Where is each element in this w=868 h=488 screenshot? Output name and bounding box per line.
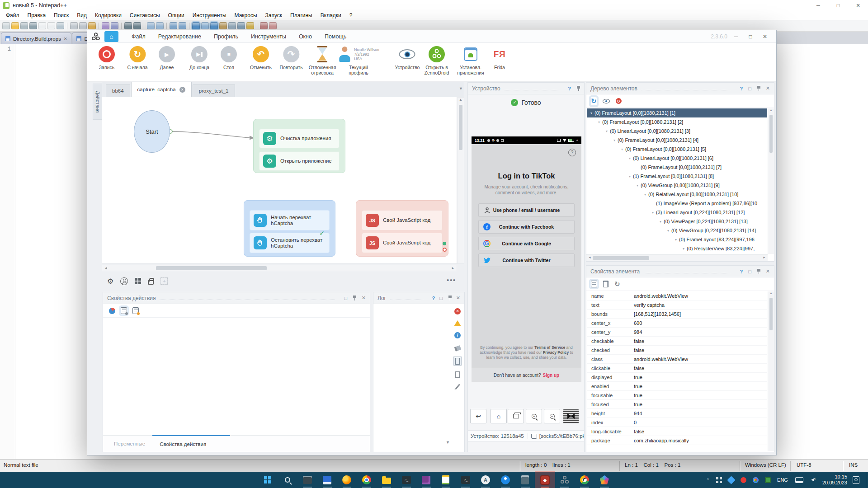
login-option-google[interactable]: GContinue with Google <box>478 237 575 250</box>
tree-node[interactable]: ▾(0) ViewGroup [0,224][1080,2131] [14] <box>587 226 767 235</box>
save-icon[interactable] <box>20 22 28 29</box>
pie-chart-icon[interactable] <box>108 306 116 315</box>
scroll-right-icon[interactable]: ► <box>763 256 766 259</box>
scrollbar-thumb[interactable] <box>593 256 649 260</box>
menu-item[interactable]: Профиль <box>208 33 245 40</box>
menu-item[interactable]: Синтаксисы <box>126 11 164 20</box>
taskbar-chrome-penguin[interactable] <box>575 472 594 488</box>
chevron-down-icon[interactable]: ▾ <box>590 111 592 115</box>
minimize-icon[interactable]: ─ <box>808 0 828 11</box>
tray-grid-icon[interactable] <box>716 477 722 483</box>
show-symbols-icon[interactable] <box>201 22 209 29</box>
taskbar-terminal[interactable] <box>396 472 416 488</box>
close-icon[interactable]: ✕ <box>766 85 770 91</box>
tree-node[interactable]: ▾(0) RecyclerView [83,224][997, <box>587 244 767 253</box>
show-desktop-strip[interactable] <box>866 472 868 488</box>
tree-node[interactable]: ▾(0) LinearLayout [0,0][1080,2131] [3] <box>587 127 767 136</box>
paste-icon[interactable] <box>88 22 96 29</box>
toolbar-button-undo[interactable]: Отменить <box>250 46 272 70</box>
grid-icon[interactable] <box>135 278 141 284</box>
taskbar-circle-a[interactable] <box>476 472 495 488</box>
login-option-person[interactable]: Use phone / email / username <box>478 203 575 217</box>
status-eol[interactable]: Windows (CR LF) <box>745 462 786 468</box>
macro-record-icon[interactable] <box>269 22 277 29</box>
property-row[interactable]: displayedtrue <box>587 373 767 382</box>
scroll-left-icon[interactable]: ◄ <box>588 256 591 259</box>
toolbar-button-redo[interactable]: Повторить <box>279 46 302 70</box>
taskbar-vs-purple[interactable] <box>416 472 436 488</box>
open-folder-icon[interactable] <box>11 22 19 29</box>
menu-item[interactable]: Вид <box>73 11 91 20</box>
tree-node[interactable]: ▾(0) FrameLayout [0,0][1080,2131] [4] <box>587 136 767 145</box>
property-row[interactable]: clickablefalse <box>587 364 767 373</box>
print-icon[interactable] <box>57 22 64 29</box>
chevron-down-icon[interactable]: ▾ <box>644 192 646 197</box>
tray-green-icon[interactable] <box>765 477 771 483</box>
clear-log-icon[interactable] <box>454 345 461 352</box>
indent-guide-icon[interactable] <box>210 22 218 29</box>
menu-item[interactable]: Вкладки <box>316 11 345 20</box>
menu-item[interactable]: Поиск <box>50 11 73 20</box>
volume-muted-icon[interactable] <box>810 477 816 483</box>
close-icon[interactable]: ✕ <box>759 32 771 41</box>
folder-workspace-icon[interactable] <box>246 22 254 29</box>
help-icon[interactable]: ? <box>740 269 743 274</box>
zoom-out-icon[interactable] <box>156 22 164 29</box>
more-icon[interactable]: ••• <box>447 277 456 284</box>
refresh-icon[interactable]: ↻ <box>614 280 620 288</box>
copy-page-icon[interactable] <box>603 281 609 287</box>
menu-item[interactable]: Правка <box>24 11 50 20</box>
taskbar-calculator[interactable] <box>515 472 535 488</box>
properties-form-icon[interactable] <box>591 281 597 287</box>
errors-filter-icon[interactable] <box>454 308 461 314</box>
close-icon[interactable] <box>38 22 46 29</box>
props-vertical-scrollbar[interactable]: ▲ <box>768 291 774 451</box>
monitoring-icon[interactable] <box>260 22 268 29</box>
taskbar-save-blue[interactable] <box>317 472 337 488</box>
property-row[interactable]: checkedfalse <box>587 346 767 355</box>
chevron-down-icon[interactable]: ▾ <box>660 220 661 224</box>
menu-item[interactable]: ? <box>345 11 357 20</box>
status-insert-mode[interactable]: INS <box>849 462 858 468</box>
status-encoding[interactable]: UTF-8 <box>797 462 811 468</box>
tree-node[interactable]: ▾(0) FrameLayout [0,0][1080,2131] [2] <box>587 117 767 127</box>
pin-icon[interactable] <box>577 86 580 91</box>
touch-keyboard-icon[interactable] <box>795 477 803 483</box>
property-row[interactable]: packagecom.zhiliaoapp.musically <box>587 436 767 445</box>
toolbar-button-hourglass[interactable]: Отложенная отрисовка <box>302 46 342 75</box>
property-row[interactable]: focusedtrue <box>587 400 767 409</box>
flow-group-capture[interactable]: Начать перехват hCaptchaОстановить перех… <box>244 200 335 257</box>
menu-item[interactable]: Помощь <box>318 33 353 40</box>
property-row[interactable]: enabledtrue <box>587 382 767 391</box>
toolbar-button-profile[interactable]: Nicolle Willson7/2/1992USAТекущий профил… <box>338 46 379 75</box>
word-wrap-icon[interactable] <box>192 22 200 29</box>
new-file-icon[interactable] <box>2 22 10 29</box>
login-option-twitter[interactable]: Continue with Twitter <box>478 253 575 267</box>
notifications-icon[interactable] <box>853 476 859 484</box>
tree-node[interactable]: ▾(3) LinearLayout [0,224][1080,2131] [12… <box>587 208 767 217</box>
language-indicator[interactable]: ENG <box>777 477 788 483</box>
tree-vertical-scrollbar[interactable]: ▲ <box>768 108 774 254</box>
define-language-icon[interactable] <box>219 22 227 29</box>
quick-actions-list-icon[interactable] <box>132 307 139 314</box>
taskbar-firefox[interactable] <box>337 472 357 488</box>
tree-node[interactable]: ▾(0) ViewPager [0,224][1080,2131] [13] <box>587 217 767 226</box>
toolbar-button-restart[interactable]: С начала <box>127 46 147 70</box>
zoom-in-icon[interactable] <box>147 22 155 29</box>
project-tab[interactable]: proxy_test_1 <box>193 84 235 97</box>
maximize-icon[interactable]: □ <box>828 0 848 11</box>
menu-item[interactable]: Файл <box>2 11 24 20</box>
pin-icon[interactable] <box>757 269 760 274</box>
bottom-tab[interactable]: Переменные <box>107 436 152 452</box>
scrollbar-thumb[interactable] <box>769 298 773 330</box>
close-icon[interactable]: ✕ <box>848 0 868 11</box>
zoom-in-button[interactable]: + <box>526 409 542 423</box>
canvas-horizontal-scrollbar[interactable]: ◄ ► <box>102 265 457 271</box>
property-row[interactable]: textverify captcha <box>587 300 767 310</box>
redo-icon[interactable] <box>111 22 118 29</box>
help-icon[interactable]: ? <box>432 296 435 301</box>
tab-list-dropdown-icon[interactable]: ▼ <box>459 86 463 91</box>
chevron-down-icon[interactable]: ▾ <box>629 156 631 160</box>
toolbar-button-stop[interactable]: Стоп <box>221 46 237 70</box>
property-row[interactable]: bounds[168,512][1032,1456] <box>587 310 767 319</box>
